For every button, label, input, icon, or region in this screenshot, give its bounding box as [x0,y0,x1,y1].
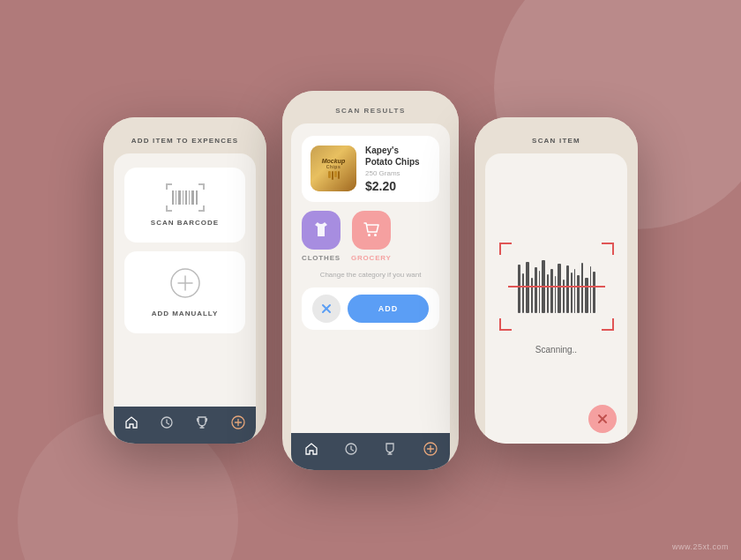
categories-section: CLOTHES GROCERY [302,211,439,262]
phone2-body: Mockup Chips Kapey'sPotato Chips 250 Gra… [291,123,450,433]
nav2-plus-icon[interactable] [423,442,438,459]
category-grocery[interactable]: GROCERY [351,211,392,262]
phone-scan-item: SCAN ITEM [475,117,638,444]
nav-home-icon[interactable] [124,415,138,432]
svg-rect-5 [166,210,172,212]
add-manually-label: ADD MANUALLY [152,310,219,317]
scan-barcode-label: SCAN BARCODE [151,219,219,227]
scan-viewfinder [499,243,614,331]
svg-rect-10 [178,190,181,205]
change-category-text: Change the category if you want [302,271,439,279]
product-weight: 250 Grams [365,169,420,177]
nav-plus-icon[interactable] [231,415,245,433]
grocery-icon [352,211,391,250]
phone1-body: SCAN BARCODE ADD MANUALLY [114,153,256,407]
corner-tl [499,243,512,255]
watermark: www.25xt.com [672,542,729,551]
svg-rect-8 [172,190,174,205]
svg-rect-15 [196,190,198,205]
corner-bl [499,318,512,331]
product-name: Kapey'sPotato Chips [365,145,420,168]
phone3-body: Scanning.. [485,153,627,444]
phone-add-item: ADD ITEM TO EXPENCES [103,117,266,444]
phone-scan-results: SCAN RESULTS Mockup Chips [282,91,459,470]
phone3-header: SCAN ITEM [475,117,638,153]
phone2-title: SCAN RESULTS [296,107,445,115]
phone2-nav [291,433,450,470]
nav-clock-icon[interactable] [160,415,174,432]
clothes-icon [302,211,341,250]
scanning-text: Scanning.. [535,345,577,355]
product-image: Mockup Chips [311,146,356,191]
svg-rect-7 [198,210,205,212]
corner-br [602,318,614,331]
phones-container: ADD ITEM TO EXPENCES [103,91,638,470]
phone1-title: ADD ITEM TO EXPENCES [117,137,252,145]
svg-rect-1 [166,183,168,190]
cancel-button[interactable] [312,295,341,323]
svg-rect-3 [203,183,205,190]
svg-rect-13 [189,190,190,205]
svg-rect-14 [191,190,194,205]
svg-rect-12 [185,190,187,205]
nav2-home-icon[interactable] [304,442,318,459]
grocery-label: GROCERY [351,254,392,262]
svg-point-23 [368,234,370,236]
product-info: Kapey'sPotato Chips 250 Grams $2.20 [365,145,420,193]
product-price: $2.20 [365,179,420,193]
phone3-title: SCAN ITEM [489,137,624,145]
nav2-clock-icon[interactable] [344,442,358,459]
scan-line [508,286,605,287]
clothes-label: CLOTHES [302,254,341,262]
svg-rect-9 [176,190,176,205]
phone1-header: ADD ITEM TO EXPENCES [103,117,266,153]
action-bar: ADD [302,287,439,330]
phone1-nav [114,407,256,444]
add-manually-card[interactable]: ADD MANUALLY [124,251,245,333]
corner-tr [602,243,614,255]
phone2-header: SCAN RESULTS [282,91,459,123]
add-button[interactable]: ADD [348,295,429,323]
close-scan-button[interactable] [588,405,617,433]
category-clothes[interactable]: CLOTHES [302,211,341,262]
svg-rect-11 [183,190,183,205]
barcode-icon [166,183,205,212]
nav-trophy-icon[interactable] [196,415,210,432]
plus-circle-icon [169,267,201,302]
nav2-trophy-icon[interactable] [384,442,398,459]
product-card: Mockup Chips Kapey'sPotato Chips 250 Gra… [302,136,439,202]
svg-point-24 [374,234,377,236]
scan-barcode-card[interactable]: SCAN BARCODE [124,168,245,243]
